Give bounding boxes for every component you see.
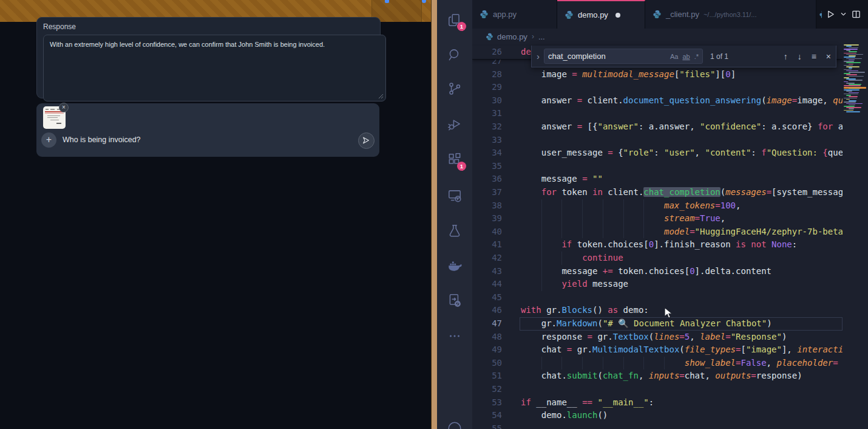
send-button[interactable] (358, 132, 375, 149)
response-label: Response (43, 22, 76, 31)
breadcrumb-file[interactable]: demo.py (497, 32, 527, 41)
tab-label: app.py (493, 10, 517, 19)
run-debug-icon[interactable] (447, 116, 463, 132)
find-in-selection-button[interactable]: ≡ (812, 52, 816, 61)
close-find-button[interactable]: × (826, 52, 831, 61)
send-icon (362, 136, 370, 145)
run-dropdown-chevron-icon[interactable] (841, 12, 846, 17)
code-line-50: 50 show_label=False, placeholder= (472, 357, 843, 370)
minimap-line (844, 69, 852, 70)
code-line-39: 39 stream=True, (472, 212, 843, 225)
minimap-line (849, 67, 852, 69)
tab-bar: app.py demo.py _client.py ~/.../python3.… (472, 0, 868, 29)
code-line-30: 30 answer = client.document_question_ans… (472, 94, 843, 108)
line-number: 55 (472, 422, 502, 429)
code-line-48: 48 response = gr.Textbox(lines=5, label=… (472, 331, 843, 344)
tab-demo-py[interactable]: demo.py (557, 0, 645, 29)
code-line-41: 41 if token.choices[0].finish_reason is … (472, 238, 843, 252)
line-number: 36 (472, 173, 502, 186)
minimap-line (849, 80, 863, 81)
code-line-43: 43 message += token.choices[0].delta.con… (472, 265, 843, 278)
browser-icon (385, 0, 389, 3)
minimap-line (844, 98, 857, 99)
line-number: 26 (472, 46, 502, 59)
code-line-52: 52 (472, 383, 843, 396)
more-actions-icon[interactable] (447, 328, 463, 344)
line-number: 50 (472, 357, 502, 370)
search-icon[interactable] (447, 47, 463, 63)
extensions-icon[interactable]: 1 (447, 152, 463, 168)
line-number: 41 (472, 238, 502, 252)
minimap-line (849, 72, 865, 73)
find-query-text[interactable]: chat_completion (548, 52, 666, 61)
find-next-button[interactable]: ↓ (798, 52, 802, 61)
code-line-49: 49 chat = gr.MultimodalTextbox(file_type… (472, 343, 843, 357)
line-number: 46 (472, 304, 502, 317)
whole-word-toggle[interactable]: ab (682, 53, 690, 60)
split-editor-button[interactable] (852, 10, 861, 19)
editor-pane: 26def chat_fn(multimodal_message):2728 i… (472, 0, 868, 429)
breadcrumb-more[interactable]: ... (538, 32, 545, 41)
code-line-45: 45 (472, 291, 843, 304)
line-number: 40 (472, 225, 502, 239)
toggle-replace-chevron-icon[interactable]: › (537, 51, 540, 61)
mouse-cursor (663, 307, 674, 320)
code-line-35: 35 (472, 160, 843, 173)
line-number: 45 (472, 291, 502, 304)
code-line-46: 46with gr.Blocks() as demo: (472, 304, 843, 317)
minimap-line (846, 46, 852, 47)
minimap-line (844, 85, 861, 86)
remote-explorer-icon[interactable] (447, 188, 463, 204)
line-number: 44 (472, 278, 502, 291)
response-textarea[interactable]: With an extremely high level of confiden… (43, 35, 386, 101)
multimodal-chat-input: × + Who is being invoiced? (36, 103, 379, 157)
chat-message-text[interactable]: Who is being invoiced? (63, 136, 141, 144)
line-number: 53 (472, 396, 502, 410)
code-line-40: 40 model="HuggingFaceH4/zephyr-7b-beta") (472, 225, 843, 239)
minimap-line (846, 58, 862, 60)
minimap-line (849, 51, 857, 52)
breadcrumb: demo.py › ... (472, 29, 868, 44)
line-number: 37 (472, 186, 502, 199)
docker-icon[interactable] (447, 258, 463, 273)
line-number: 30 (472, 94, 502, 108)
minimap-line (849, 76, 864, 77)
python-icon (819, 10, 822, 19)
match-case-toggle[interactable]: Aa (670, 53, 678, 60)
run-python-file-button[interactable] (826, 10, 835, 19)
file-settings-icon[interactable] (447, 292, 463, 308)
python-icon (565, 10, 574, 19)
remove-attachment-button[interactable]: × (59, 103, 69, 112)
find-previous-button[interactable]: ↑ (784, 52, 788, 61)
line-number: 38 (472, 199, 502, 213)
code-line-42: 42 continue (472, 252, 843, 265)
minimap-line (846, 62, 861, 63)
minimap-line (846, 111, 860, 112)
tab-description: ~/.../python3.11/... (704, 11, 757, 18)
explorer-icon[interactable]: 1 (447, 12, 463, 28)
resize-handle-icon[interactable] (378, 94, 384, 99)
account-icon[interactable] (447, 420, 463, 429)
regex-toggle[interactable]: .* (694, 53, 699, 60)
minimap-line (849, 108, 854, 109)
add-file-button[interactable]: + (41, 132, 56, 148)
code-line-55: 55 (472, 422, 843, 429)
code-line-34: 34 user_message = {"role": "user", "cont… (472, 146, 843, 160)
tab-client-py[interactable]: _client.py ~/.../python3.11/... (645, 0, 816, 29)
source-control-icon[interactable] (447, 81, 463, 97)
find-match-count: 1 of 1 (710, 52, 728, 61)
divider (421, 0, 422, 22)
code-line-31: 31 (472, 107, 843, 120)
response-panel: Response With an extremely high level of… (36, 17, 381, 98)
testing-flask-icon[interactable] (447, 223, 463, 239)
tab-app-py[interactable]: app.py (472, 0, 557, 29)
modified-dot[interactable] (615, 13, 620, 18)
code-line-47: 47 gr.Markdown("# 🔍 Document Analyzer Ch… (472, 317, 843, 331)
line-number: 34 (472, 146, 502, 160)
extensions-badge: 1 (457, 162, 466, 171)
find-widget: › chat_completion Aa ab .* 1 of 1 ↑ ↓ ≡ … (531, 46, 836, 67)
minimap[interactable] (843, 0, 868, 429)
find-input[interactable]: chat_completion Aa ab .* (544, 49, 703, 64)
code-line-36: 36 message = "" (472, 173, 843, 186)
code-line-33: 33 (472, 134, 843, 147)
